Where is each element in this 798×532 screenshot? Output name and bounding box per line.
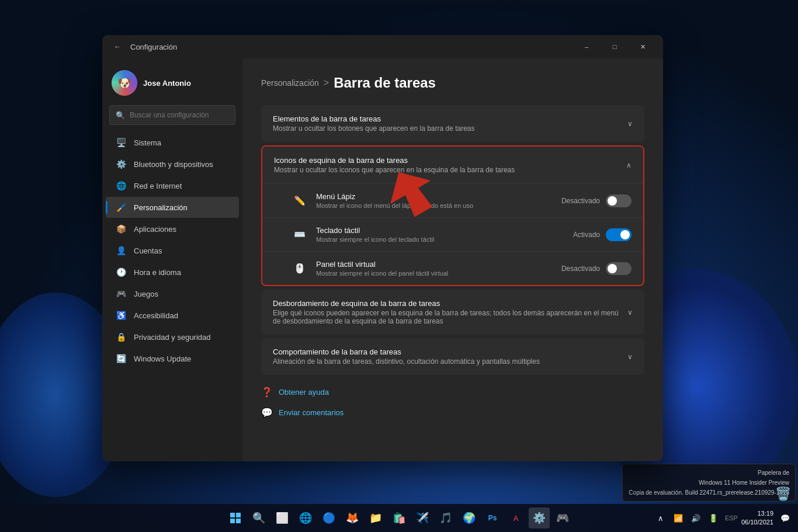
sound-icon[interactable]: 🔊 xyxy=(688,510,704,526)
main-content: Personalización > Barra de tareas Elemen… xyxy=(242,58,663,461)
help-icon: ❓ xyxy=(261,387,273,398)
telegram-button[interactable]: ✈️ xyxy=(412,507,433,528)
teclado-toggle-thumb xyxy=(620,230,630,239)
avatar: 🐶 xyxy=(112,70,137,96)
sidebar-item-privacidad-label: Privacidad y seguridad xyxy=(134,333,211,342)
breadcrumb-current: Barra de tareas xyxy=(334,75,436,91)
taskbar: 🔍 ⬜ 🌐 🔵 🦊 📁 🛍️ ✈️ 🎵 🌍 Ps A ⚙️ 🎮 ∧ 📶 🔊 xyxy=(0,504,798,532)
panel-toggle-thumb xyxy=(608,264,617,273)
sidebar-item-windowsupdate[interactable]: 🔄 Windows Update xyxy=(106,348,239,369)
sys-icons: ∧ 📶 🔊 🔋 xyxy=(653,510,721,526)
title-bar-controls: – □ ✕ xyxy=(573,37,656,56)
item-lapiz-title: Menú Lápiz xyxy=(316,192,473,201)
lapiz-toggle[interactable] xyxy=(606,194,632,207)
sidebar-item-privacidad[interactable]: 🔒 Privacidad y seguridad xyxy=(106,326,239,347)
sidebar-item-cuentas[interactable]: 👤 Cuentas xyxy=(106,240,239,261)
sidebar-item-bluetooth[interactable]: ⚙️ Bluetooth y dispositivos xyxy=(106,154,239,175)
item-panel-right: Desactivado xyxy=(561,262,632,275)
store-button[interactable]: 🛍️ xyxy=(388,507,410,528)
sidebar-item-personalizacion[interactable]: 🖌️ Personalización xyxy=(106,197,239,218)
notif-line3: Copia de evaluación. Build 22471.rs_prer… xyxy=(629,488,789,498)
item-lapiz-subtitle: Mostrar el icono del menú del lápiz cuan… xyxy=(316,202,473,209)
taskbar-settings-button[interactable]: ⚙️ xyxy=(529,507,550,528)
taskbar-clock[interactable]: 13:19 06/10/2021 xyxy=(741,509,773,527)
steam-button[interactable]: 🎮 xyxy=(552,507,573,528)
photoshop-button[interactable]: Ps xyxy=(482,507,503,528)
section-iconos-chevron: ∧ xyxy=(626,161,632,169)
sistema-icon: 🖥️ xyxy=(115,137,127,148)
sidebar-item-sistema[interactable]: 🖥️ Sistema xyxy=(106,132,239,153)
item-panel-title: Panel táctil virtual xyxy=(316,260,448,269)
section-elementos-title: Elementos de la barra de tareas xyxy=(273,114,475,123)
recycle-bin-icon[interactable]: 🗑️ xyxy=(775,486,791,502)
files-button[interactable]: 📁 xyxy=(365,507,386,528)
teclado-toggle[interactable] xyxy=(606,228,632,241)
close-button[interactable]: ✕ xyxy=(629,37,656,56)
teclado-state-label: Activado xyxy=(573,231,600,239)
red-icon: 🌐 xyxy=(115,180,127,192)
start-button[interactable] xyxy=(225,507,246,528)
title-bar: ← Configuración – □ ✕ xyxy=(102,35,663,58)
notif-line1: Papelera de xyxy=(629,468,789,478)
browser2-button[interactable]: 🌍 xyxy=(459,507,480,528)
section-elementos-text: Elementos de la barra de tareas Mostrar … xyxy=(273,114,475,133)
user-profile[interactable]: 🐶 Jose Antonio xyxy=(102,65,242,105)
minimize-button[interactable]: – xyxy=(573,37,600,56)
chrome-button[interactable]: 🔵 xyxy=(318,507,339,528)
sidebar-item-juegos-label: Juegos xyxy=(134,290,158,298)
section-elementos: Elementos de la barra de tareas Mostrar … xyxy=(261,105,644,142)
help-link-feedback[interactable]: 💬 Enviar comentarios xyxy=(261,405,644,420)
language-label: ESP xyxy=(725,514,738,521)
panel-toggle[interactable] xyxy=(606,262,632,275)
svg-rect-4 xyxy=(236,519,241,523)
notification-button[interactable]: 💬 xyxy=(777,510,793,526)
sidebar-item-accesibilidad[interactable]: ♿ Accesibilidad xyxy=(106,305,239,326)
accesibilidad-icon: ♿ xyxy=(115,310,127,321)
search-box[interactable]: 🔍 xyxy=(109,105,235,125)
search-icon: 🔍 xyxy=(116,111,125,120)
title-bar-nav: ← xyxy=(109,39,126,55)
sidebar-item-juegos[interactable]: 🎮 Juegos xyxy=(106,283,239,304)
section-iconos-header[interactable]: Iconos de esquina de la barra de tareas … xyxy=(262,147,643,183)
sidebar-item-hora[interactable]: 🕐 Hora e idioma xyxy=(106,262,239,283)
chevron-up-icon[interactable]: ∧ xyxy=(653,510,669,526)
svg-rect-2 xyxy=(236,513,241,517)
item-panel-tactil: 🖱️ Panel táctil virtual Mostrar siempre … xyxy=(262,251,643,285)
panel-icon: 🖱️ xyxy=(292,260,308,277)
section-elementos-header[interactable]: Elementos de la barra de tareas Mostrar … xyxy=(261,105,644,142)
back-button[interactable]: ← xyxy=(109,39,126,55)
battery-icon[interactable]: 🔋 xyxy=(705,510,721,526)
item-lapiz-text: Menú Lápiz Mostrar el icono del menú del… xyxy=(316,192,473,209)
item-lapiz-right: Desactivado xyxy=(561,194,632,207)
item-teclado-subtitle: Mostrar siempre el icono del teclado tác… xyxy=(316,236,434,243)
acrobat-button[interactable]: A xyxy=(505,507,526,528)
breadcrumb-parent[interactable]: Personalización xyxy=(261,78,319,88)
help-link-obtener[interactable]: ❓ Obtener ayuda xyxy=(261,384,644,400)
sidebar-item-red-label: Red e Internet xyxy=(134,182,182,190)
content-area: 🐶 Jose Antonio 🔍 🖥️ Sistema ⚙️ Bluetooth… xyxy=(102,58,663,461)
windowsupdate-icon: 🔄 xyxy=(115,353,127,364)
sidebar-item-personalizacion-label: Personalización xyxy=(134,203,188,212)
item-panel-text: Panel táctil virtual Mostrar siempre el … xyxy=(316,260,448,277)
taskbar-date: 06/10/2021 xyxy=(741,518,773,527)
feedback-icon: 💬 xyxy=(261,407,273,418)
sidebar-item-aplicaciones[interactable]: 📦 Aplicaciones xyxy=(106,218,239,239)
sidebar-item-cuentas-label: Cuentas xyxy=(134,246,162,255)
maximize-button[interactable]: □ xyxy=(601,37,628,56)
firefox-button[interactable]: 🦊 xyxy=(342,507,363,528)
edge-button[interactable]: 🌐 xyxy=(295,507,316,528)
section-elementos-chevron: ∨ xyxy=(627,120,633,128)
help-label: Obtener ayuda xyxy=(279,388,329,397)
taskbar-search-button[interactable]: 🔍 xyxy=(248,507,269,528)
network-icon[interactable]: 📶 xyxy=(670,510,686,526)
media-button[interactable]: 🎵 xyxy=(435,507,456,528)
section-iconos-title: Iconos de esquina de la barra de tareas xyxy=(274,156,515,165)
svg-rect-1 xyxy=(230,513,235,517)
item-menu-lapiz: ✏️ Menú Lápiz Mostrar el icono del menú … xyxy=(262,183,643,217)
sidebar-item-red[interactable]: 🌐 Red e Internet xyxy=(106,175,239,196)
search-input[interactable] xyxy=(130,111,229,119)
section-desbordamiento-header[interactable]: Desbordamiento de esquina de la barra de… xyxy=(261,290,644,335)
section-comportamiento-header[interactable]: Comportamiento de la barra de tareas Ali… xyxy=(261,338,644,375)
taskview-button[interactable]: ⬜ xyxy=(272,507,293,528)
item-lapiz-left: ✏️ Menú Lápiz Mostrar el icono del menú … xyxy=(292,192,473,209)
